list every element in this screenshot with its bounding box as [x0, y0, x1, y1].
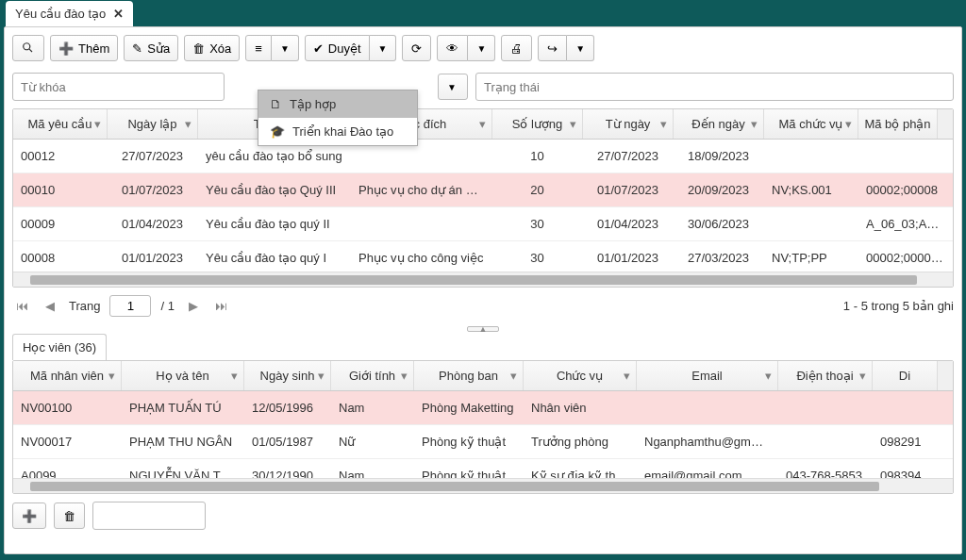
keyword-input[interactable] [12, 73, 225, 101]
page-last[interactable]: ⏭ [212, 299, 231, 313]
page-summary: 1 - 5 trong 5 bản ghi [843, 299, 954, 313]
filter-icon[interactable]: ▾ [859, 369, 866, 383]
grid2-header: Mã nhân viên▾ Họ và tên▾ Ngày sinh▾ Giới… [13, 361, 953, 391]
cell-mobile: 098394 [873, 459, 953, 478]
filter-icon[interactable]: ▾ [185, 117, 192, 131]
page-total: / 1 [160, 299, 174, 313]
page-input[interactable] [109, 295, 151, 317]
cell-email: email@gmail.com [637, 459, 778, 478]
filter-icon[interactable]: ▾ [510, 369, 517, 383]
grid-header: Mã yêu cầu▾ Ngày lập▾ Tiêu đề Mục đích▾ … [13, 109, 953, 140]
export-dropdown[interactable]: ▼ [567, 35, 594, 61]
cell-qty: 10 [492, 140, 583, 173]
filter-icon[interactable]: ▾ [318, 369, 325, 383]
page-next[interactable]: ▶ [184, 299, 203, 313]
list-dropdown[interactable]: ▼ [272, 35, 299, 61]
cell-qty: 30 [492, 241, 583, 272]
filter-icon[interactable]: ▾ [845, 117, 852, 131]
filter-dropdown-1[interactable]: ▼ [438, 74, 468, 100]
col-mobile[interactable]: Di [873, 361, 938, 390]
col-code[interactable]: Mã yêu cầu▾ [13, 109, 108, 139]
detail-grid: Mã nhân viên▾ Họ và tên▾ Ngày sinh▾ Giới… [12, 360, 954, 494]
filter-icon[interactable]: ▾ [231, 369, 238, 383]
caret-down-icon: ▼ [575, 43, 585, 54]
menu-item-taphop[interactable]: 🗋 Tập hợp [258, 91, 417, 118]
filter-icon[interactable]: ▾ [751, 117, 758, 131]
search-button[interactable] [12, 35, 44, 61]
col-from[interactable]: Từ ngày▾ [583, 109, 674, 139]
toolbar: ➕Thêm ✎Sửa 🗑Xóa ≡ ▼ ✔Duyệt ▼ ⟳ 👁 ▼ 🖨 ↪ ▼ [5, 27, 961, 69]
cell-dob: 12/05/1996 [244, 391, 331, 424]
col-qty[interactable]: Số lượng▾ [492, 109, 583, 139]
cell-empcode: A0099 [13, 459, 122, 478]
edit-button[interactable]: ✎Sửa [124, 35, 178, 61]
menu-item-label: Tập hợp [290, 97, 336, 111]
app-tab-title: Yêu cầu đào tạo [15, 7, 106, 21]
add-button[interactable]: ➕Thêm [50, 35, 118, 61]
approve-label: Duyệt [328, 41, 361, 56]
col-to[interactable]: Đến ngày▾ [674, 109, 764, 139]
cell-purpose: Phục vụ cho công việc [351, 241, 492, 272]
cell-gender: Nam [331, 391, 414, 424]
table-row[interactable]: 0001227/07/2023yêu cầu đào tạo bổ sung10… [13, 140, 953, 173]
cell-qty: 30 [492, 207, 583, 240]
close-icon[interactable]: ✕ [113, 7, 124, 21]
col-deptcode[interactable]: Mã bộ phận [858, 109, 938, 139]
filter-icon[interactable]: ▾ [765, 369, 772, 383]
print-button[interactable]: 🖨 [501, 35, 532, 61]
refresh-button[interactable]: ⟳ [402, 35, 431, 61]
cell-date: 01/01/2023 [108, 241, 198, 272]
delete-button[interactable]: 🗑Xóa [184, 35, 240, 61]
file-icon: 🗋 [270, 97, 282, 111]
view-button[interactable]: 👁 [437, 35, 468, 61]
print-icon: 🖨 [510, 41, 523, 56]
approve-dropdown[interactable]: ▼ [370, 35, 397, 61]
col-empcode[interactable]: Mã nhân viên▾ [13, 361, 122, 390]
list-button[interactable]: ≡ [245, 35, 272, 61]
filter-icon[interactable]: ▾ [624, 369, 630, 383]
footer-input[interactable] [92, 502, 206, 530]
col-position[interactable]: Chức vụ▾ [524, 361, 637, 390]
col-gender[interactable]: Giới tính▾ [331, 361, 414, 390]
status-input[interactable] [475, 73, 954, 101]
refresh-icon: ⟳ [411, 41, 422, 56]
add-row-button[interactable]: ➕ [12, 502, 46, 529]
col-dept[interactable]: Phòng ban▾ [414, 361, 524, 390]
filter-icon[interactable]: ▾ [94, 117, 101, 131]
check-icon: ✔ [313, 41, 324, 56]
approve-button[interactable]: ✔Duyệt [305, 35, 370, 61]
page-first[interactable]: ⏮ [12, 299, 31, 313]
filter-icon[interactable]: ▾ [570, 117, 576, 131]
table-row[interactable]: 0000901/04/2023Yêu cầu đào tạo quý II300… [13, 207, 953, 241]
table-row[interactable]: 0001001/07/2023Yêu cầu đào tạo Quý IIIPh… [13, 173, 953, 207]
col-email[interactable]: Email▾ [637, 361, 778, 390]
cell-mobile [873, 391, 953, 424]
action-dropdown-menu: 🗋 Tập hợp 🎓 Triển khai Đào tạo [258, 90, 418, 146]
horizontal-scrollbar[interactable] [13, 272, 953, 287]
export-button[interactable]: ↪ [538, 35, 567, 61]
table-row[interactable]: NV00100PHẠM TUẤN TÚ12/05/1996NamPhòng Ma… [13, 391, 953, 425]
cell-dept: Phòng kỹ thuật [414, 425, 524, 458]
page-prev[interactable]: ◀ [41, 299, 59, 313]
col-phone[interactable]: Điện thoại▾ [778, 361, 873, 390]
cell-email [637, 391, 778, 424]
table-row[interactable]: NV00017PHẠM THU NGÂN01/05/1987NữPhòng kỹ… [13, 425, 953, 459]
splitter[interactable]: ▲ [12, 326, 954, 332]
view-dropdown[interactable]: ▼ [468, 35, 495, 61]
table-row[interactable]: A0099NGUYỄN VĂN THỊNH30/12/1990NamPhòng … [13, 459, 953, 478]
tab-hocvien[interactable]: Học viên (36) [12, 334, 107, 360]
delete-row-button[interactable]: 🗑 [54, 502, 85, 529]
filter-icon[interactable]: ▾ [479, 117, 486, 131]
table-row[interactable]: 0000801/01/2023Yêu cầu đào tạo quý IPhục… [13, 241, 953, 272]
filter-icon[interactable]: ▾ [660, 117, 667, 131]
filter-icon[interactable]: ▾ [108, 369, 115, 383]
app-tab[interactable]: Yêu cầu đào tạo ✕ [6, 1, 133, 26]
trash-icon: 🗑 [63, 509, 75, 523]
col-poscode[interactable]: Mã chức vụ▾ [764, 109, 858, 139]
col-name[interactable]: Họ và tên▾ [122, 361, 244, 390]
col-date[interactable]: Ngày lập▾ [108, 109, 198, 139]
menu-item-trienkhai[interactable]: 🎓 Triển khai Đào tạo [258, 118, 417, 145]
col-dob[interactable]: Ngày sinh▾ [244, 361, 331, 390]
filter-icon[interactable]: ▾ [401, 369, 408, 383]
horizontal-scrollbar-2[interactable] [13, 478, 953, 493]
